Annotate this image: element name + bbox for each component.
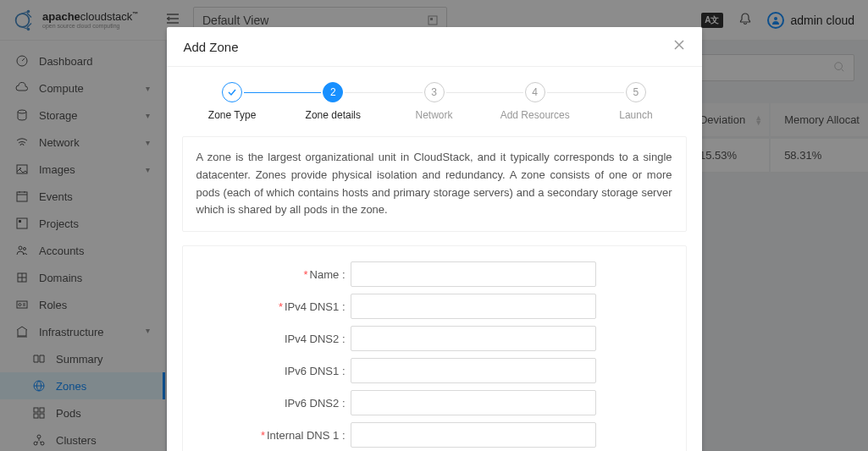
modal-title: Add Zone: [184, 40, 239, 54]
step-network[interactable]: 3 Network: [384, 82, 484, 121]
input-ipv4-dns2[interactable]: [351, 326, 596, 351]
label-name: *Name :: [198, 268, 351, 281]
step-add-resources[interactable]: 4 Add Resources: [484, 82, 585, 121]
modal-close-button[interactable]: [673, 39, 685, 54]
input-ipv6-dns2[interactable]: [351, 390, 596, 415]
input-ipv6-dns1[interactable]: [351, 358, 596, 383]
input-internal-dns1[interactable]: [351, 422, 596, 448]
add-zone-modal: Add Zone Zone Type 2 Zone details 3: [167, 27, 702, 451]
check-icon: [227, 87, 237, 97]
input-name[interactable]: [351, 261, 596, 287]
input-ipv4-dns1[interactable]: [351, 294, 596, 319]
step-zone-details[interactable]: 2 Zone details: [283, 82, 384, 121]
step-zone-type[interactable]: Zone Type: [182, 82, 283, 121]
zone-info-text: A zone is the largest organizational uni…: [182, 136, 687, 232]
close-icon: [673, 39, 685, 51]
modal-overlay: Add Zone Zone Type 2 Zone details 3: [0, 0, 868, 451]
step-launch[interactable]: 5 Launch: [585, 82, 686, 121]
label-ipv6-dns1: IPv6 DNS1 :: [198, 365, 351, 377]
label-internal-dns1: *Internal DNS 1 :: [198, 429, 351, 442]
wizard-steps: Zone Type 2 Zone details 3 Network 4 Add…: [182, 82, 687, 121]
zone-details-form: *Name : *IPv4 DNS1 : IPv4 DNS2 : IPv6 DN…: [182, 245, 687, 451]
label-ipv4-dns1: *IPv4 DNS1 :: [198, 300, 351, 313]
label-ipv6-dns2: IPv6 DNS2 :: [198, 397, 351, 410]
label-ipv4-dns2: IPv4 DNS2 :: [198, 333, 351, 345]
